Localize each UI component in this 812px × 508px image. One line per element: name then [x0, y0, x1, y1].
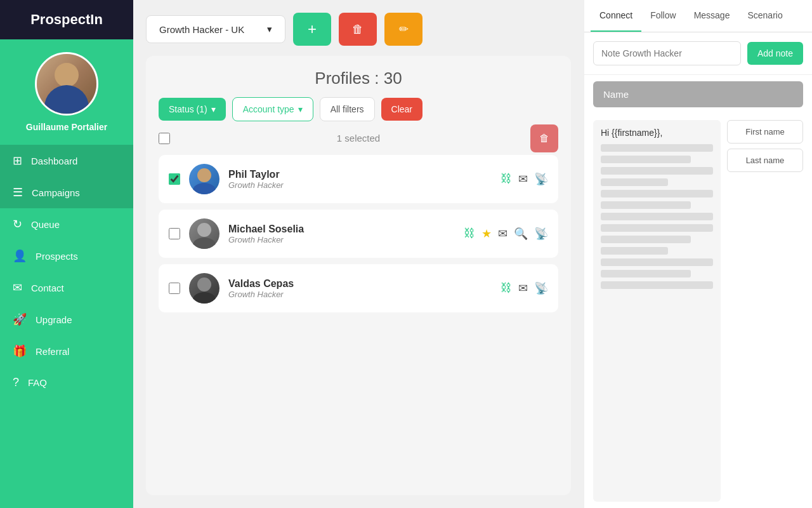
greeting-text: Hi {{firstname}},: [601, 128, 713, 138]
prospects-icon: 👤: [13, 249, 27, 263]
sidebar-item-campaigns[interactable]: ☰ Campaigns: [0, 177, 133, 208]
status-filter-label: Status (1): [169, 104, 207, 114]
message-line: [601, 236, 691, 243]
delete-button[interactable]: 🗑: [339, 13, 377, 46]
profile-role: Growth Hacker: [228, 180, 492, 190]
clear-button[interactable]: Clear: [381, 98, 422, 121]
table-row: Michael Soselia Growth Hacker ⛓ ★ ✉ 🔍 📡: [159, 210, 558, 258]
first-name-variable-button[interactable]: First name: [727, 120, 803, 144]
sidebar-item-label: Prospects: [36, 251, 78, 262]
message-line: [601, 144, 713, 152]
name-bar: Name: [593, 81, 803, 107]
add-button[interactable]: +: [293, 13, 331, 46]
star-icon[interactable]: ★: [481, 227, 492, 241]
profile-icons: ⛓ ✉ 📡: [501, 281, 548, 295]
note-row: Add note: [584, 32, 812, 75]
svg-point-3: [193, 237, 216, 249]
faq-icon: ?: [13, 376, 19, 389]
rss-icon[interactable]: 📡: [534, 281, 548, 295]
sidebar-item-label: Dashboard: [31, 156, 77, 166]
sidebar-item-queue[interactable]: ↻ Queue: [0, 208, 133, 240]
profile-icons: ⛓ ✉ 📡: [501, 172, 548, 186]
sidebar-item-contact[interactable]: ✉ Contact: [0, 272, 133, 304]
contact-icon: ✉: [13, 281, 22, 295]
sidebar-item-faq[interactable]: ? FAQ: [0, 367, 133, 398]
sidebar-logo: ProspectIn: [30, 11, 103, 28]
avatar: [189, 273, 219, 304]
profile-checkbox[interactable]: [169, 173, 180, 185]
message-line: [601, 156, 691, 163]
table-row: Valdas Cepas Growth Hacker ⛓ ✉ 📡: [159, 264, 558, 312]
link-icon[interactable]: ⛓: [501, 172, 512, 186]
selection-row: 1 selected 🗑: [159, 130, 558, 146]
sidebar-item-referral[interactable]: 🎁 Referral: [0, 335, 133, 367]
profiles-title: Profiles : 30: [159, 69, 558, 88]
message-line: [601, 213, 713, 220]
campaign-dropdown[interactable]: Growth Hacker - UK ▾: [146, 15, 285, 43]
link-icon[interactable]: ⛓: [464, 227, 475, 241]
rss-icon[interactable]: 📡: [534, 227, 548, 241]
all-filters-button[interactable]: All filters: [320, 97, 375, 121]
avatar: [189, 164, 219, 194]
table-row: Phil Taylor Growth Hacker ⛓ ✉ 📡: [159, 155, 558, 203]
svg-point-5: [193, 292, 216, 304]
sidebar-item-upgrade[interactable]: 🚀 Upgrade: [0, 304, 133, 335]
avatar-head: [55, 63, 79, 87]
profile-name: Phil Taylor: [228, 169, 492, 180]
add-note-button[interactable]: Add note: [747, 42, 803, 65]
variables-panel: First name Last name: [727, 120, 803, 502]
note-input[interactable]: [593, 41, 741, 65]
status-filter-button[interactable]: Status (1) ▾: [159, 98, 226, 121]
avatar: [35, 52, 98, 116]
profile-checkbox[interactable]: [169, 228, 180, 239]
trash-icon: 🗑: [539, 133, 549, 144]
main-content: Growth Hacker - UK ▾ + 🗑 ✏ Profiles : 30…: [133, 0, 584, 508]
email-icon[interactable]: ✉: [498, 227, 508, 241]
email-icon[interactable]: ✉: [518, 172, 528, 186]
sidebar-item-label: Referral: [36, 346, 69, 357]
chevron-down-icon: ▾: [211, 104, 216, 114]
avatar-section: Guillaume Portalier: [26, 39, 107, 138]
filters-row: Status (1) ▾ Account type ▾ All filters …: [159, 97, 558, 121]
svg-point-0: [197, 168, 211, 182]
tab-connect[interactable]: Connect: [591, 0, 641, 32]
profile-checkbox[interactable]: [169, 283, 180, 294]
svg-point-1: [193, 183, 216, 194]
profile-info: Michael Soselia Growth Hacker: [228, 224, 455, 244]
pencil-icon: ✏: [399, 22, 409, 36]
clear-label: Clear: [391, 104, 412, 114]
user-name: Guillaume Portalier: [26, 122, 107, 132]
dashboard-icon: ⊞: [13, 154, 22, 168]
avatar-image: [37, 54, 96, 114]
tab-follow[interactable]: Follow: [641, 0, 684, 32]
link-icon[interactable]: ⛓: [501, 281, 512, 295]
campaigns-icon: ☰: [13, 185, 23, 199]
connect-form: Hi {{firstname}}, First name Last name: [584, 114, 812, 508]
sidebar-item-label: Upgrade: [36, 314, 72, 325]
profile-role: Growth Hacker: [228, 235, 455, 244]
message-area[interactable]: Hi {{firstname}},: [593, 120, 721, 502]
profiles-list: Phil Taylor Growth Hacker ⛓ ✉ 📡: [159, 155, 558, 483]
plus-icon: +: [308, 20, 317, 38]
tab-scenario[interactable]: Scenario: [738, 0, 791, 32]
profile-info: Valdas Cepas Growth Hacker: [228, 278, 492, 299]
last-name-variable-button[interactable]: Last name: [727, 149, 803, 172]
tab-message[interactable]: Message: [685, 0, 739, 32]
email-icon[interactable]: ✉: [518, 281, 528, 295]
connect-form-inner: Hi {{firstname}}, First name Last name: [593, 120, 803, 502]
account-type-filter-button[interactable]: Account type ▾: [232, 97, 313, 121]
logo-in: In: [90, 11, 103, 27]
search-icon[interactable]: 🔍: [514, 227, 528, 241]
bulk-delete-button[interactable]: 🗑: [530, 124, 558, 152]
message-line: [601, 258, 713, 266]
sidebar-item-dashboard[interactable]: ⊞ Dashboard: [0, 145, 133, 177]
rss-icon[interactable]: 📡: [534, 172, 548, 186]
profile-name: Valdas Cepas: [228, 278, 492, 290]
edit-button[interactable]: ✏: [384, 13, 422, 46]
select-all-checkbox[interactable]: [159, 133, 170, 144]
sidebar-item-prospects[interactable]: 👤 Prospects: [0, 240, 133, 272]
tabs-row: Connect Follow Message Scenario: [584, 0, 812, 32]
referral-icon: 🎁: [13, 344, 27, 358]
message-line: [601, 247, 668, 255]
profile-icons: ⛓ ★ ✉ 🔍 📡: [464, 227, 548, 241]
